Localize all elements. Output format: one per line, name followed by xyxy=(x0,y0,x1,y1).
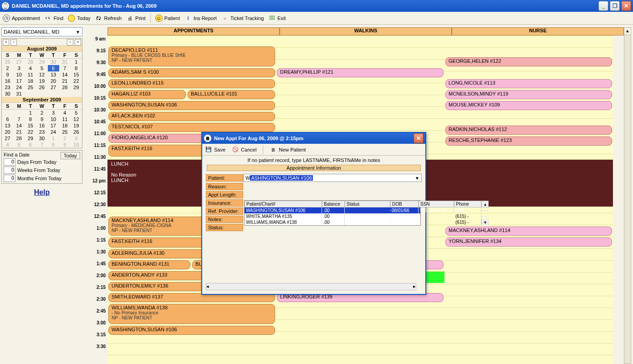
new-patient-button[interactable]: 🗎 New Patient xyxy=(270,146,306,153)
calendar-day[interactable]: 8 xyxy=(25,116,36,122)
calendar-day[interactable]: 1 xyxy=(25,110,36,116)
calendar-day[interactable]: 22 xyxy=(25,129,36,135)
calendar-day[interactable]: 4 xyxy=(59,110,71,116)
calendar-day[interactable]: 12 xyxy=(71,116,82,122)
calendar-day[interactable]: 23 xyxy=(36,129,47,135)
calendar-day[interactable]: 19 xyxy=(36,78,47,84)
calendar-day[interactable]: 6 xyxy=(48,65,59,71)
calendar-day[interactable]: 1 xyxy=(71,59,82,65)
calendar-day[interactable]: 27 xyxy=(2,135,13,142)
time-slot[interactable] xyxy=(444,35,613,47)
refresh-button[interactable]: 🗘 Refresh xyxy=(95,15,122,22)
appointment-item[interactable]: LEON,LUNDREO #115 xyxy=(108,79,275,88)
appointment-item[interactable]: TEST,NICOL #107 xyxy=(108,123,275,132)
calendar-day[interactable]: 7 xyxy=(13,116,25,122)
ins-report-button[interactable]: I Ins Report xyxy=(184,15,217,22)
appointment-item[interactable]: LONG,NICOLE #113 xyxy=(445,79,612,88)
window-close-button[interactable]: ✕ xyxy=(621,1,631,11)
calendar-day[interactable]: 11 xyxy=(59,116,71,122)
grid-row[interactable]: WASHINGTON,SUSAN #106.0008/01/66555-66-4… xyxy=(245,207,420,213)
calendar-day-dim[interactable]: 28 xyxy=(25,59,36,65)
calendar-day[interactable]: 3 xyxy=(13,65,25,71)
grid-scrollbar-track[interactable] xyxy=(481,210,489,211)
appointment-item[interactable]: BALL,LUCILLE #101 xyxy=(188,90,275,99)
calendar-day[interactable]: 25 xyxy=(25,84,36,91)
calendar-day[interactable]: 16 xyxy=(36,122,47,129)
appointment-item[interactable]: MOUSE,MICKEY #109 xyxy=(445,101,612,110)
appointment-item[interactable]: WILLIAMS,WANDA #138- No Primary Insuranc… xyxy=(108,304,275,324)
calendar-day-dim[interactable]: 26 xyxy=(2,59,13,65)
appointment-item[interactable]: DECAPIO,LEO #111Primary - BLUE CROSS BLU… xyxy=(108,46,275,66)
find-date-number[interactable]: 0 xyxy=(4,158,15,166)
calendar-day[interactable]: 19 xyxy=(71,122,82,129)
grid-header[interactable]: SSN xyxy=(419,201,454,207)
maximize-button[interactable]: ❐ xyxy=(610,1,620,11)
calendar-day-dim[interactable]: 2 xyxy=(59,135,71,142)
time-slot[interactable] xyxy=(444,319,613,331)
calendar-day[interactable]: 16 xyxy=(2,78,13,84)
calendar-day-dim[interactable]: 27 xyxy=(13,59,25,65)
calendar-day[interactable]: 26 xyxy=(36,84,47,91)
calendar-day[interactable]: 5 xyxy=(71,110,82,116)
calendar-day[interactable]: 2 xyxy=(2,65,13,71)
calendar-day[interactable]: 9 xyxy=(2,71,13,78)
calendar-day[interactable]: 20 xyxy=(2,129,13,135)
calendar-day-dim[interactable]: 7 xyxy=(36,142,47,148)
time-slot[interactable] xyxy=(107,35,276,47)
today-button[interactable]: Today xyxy=(68,15,90,22)
calendar-day[interactable]: 20 xyxy=(48,78,59,84)
calendar-day[interactable]: 2 xyxy=(36,110,47,116)
time-slot[interactable] xyxy=(444,272,613,284)
grid-header[interactable]: DOB xyxy=(390,201,419,207)
calendar-day[interactable]: 18 xyxy=(25,78,36,84)
time-slot[interactable] xyxy=(107,355,276,364)
appointment-item[interactable]: DREAMY,PHILLIP #121 xyxy=(277,68,444,77)
grid-scrollbar-track[interactable] xyxy=(481,216,489,217)
find-today-button[interactable]: Today xyxy=(61,152,80,159)
calendar-day[interactable]: 21 xyxy=(59,78,71,84)
time-slot[interactable] xyxy=(444,296,613,308)
appointment-item[interactable]: GEORGE,HELEN #122 xyxy=(445,57,612,66)
grid-header[interactable]: Phone xyxy=(454,201,481,207)
calendar-day[interactable]: 7 xyxy=(59,65,71,71)
calendar-day-dim[interactable]: 29 xyxy=(36,59,47,65)
patient-lookup-grid[interactable]: Patient/Chart#BalanceStatusDOBSSNPhone▴ … xyxy=(244,200,421,226)
calendar-day[interactable]: 15 xyxy=(71,71,82,78)
calendar-day[interactable]: 9 xyxy=(36,116,47,122)
appointment-item[interactable]: HAGAN,LIZ #103 xyxy=(108,90,186,99)
calendar-day[interactable]: 14 xyxy=(13,122,25,129)
dialog-horizontal-scrollbar[interactable]: ◂ ▸ xyxy=(206,283,416,290)
calendar-day-dim[interactable]: 9 xyxy=(59,142,71,148)
find-button[interactable]: 👀 Find xyxy=(45,15,63,22)
time-slot[interactable] xyxy=(276,308,444,319)
cal-prev-month[interactable]: ‹ xyxy=(10,39,17,46)
time-slot[interactable] xyxy=(276,95,444,106)
minimize-button[interactable]: _ xyxy=(598,1,608,11)
calendar-day-dim[interactable]: 4 xyxy=(2,142,13,148)
patient-combobox[interactable]: WASHINGTON,SUSAN #106 ▼ xyxy=(243,174,422,182)
vertical-scrollbar[interactable]: ▴ xyxy=(624,27,631,364)
calendar-day-dim[interactable]: 31 xyxy=(59,59,71,65)
exit-button[interactable]: ⌧ Exit xyxy=(268,15,286,22)
grid-row[interactable]: WILLIAMS,WANDA #138.00(615) -▾ xyxy=(245,219,420,225)
appointment-button[interactable]: ◷ Appointment xyxy=(3,15,40,22)
cal-next-month[interactable]: › xyxy=(67,39,73,46)
scroll-left-button[interactable]: ◂ xyxy=(206,283,209,290)
calendar-day[interactable]: 25 xyxy=(59,129,71,135)
calendar-day[interactable]: 24 xyxy=(13,84,25,91)
time-slot[interactable] xyxy=(276,355,444,364)
calendar-day[interactable]: 10 xyxy=(13,71,25,78)
calendar-day[interactable]: 26 xyxy=(71,129,82,135)
scroll-up-button[interactable]: ▴ xyxy=(624,28,631,35)
time-slot[interactable] xyxy=(276,35,444,47)
time-slot[interactable] xyxy=(444,284,613,296)
calendar-day[interactable]: 15 xyxy=(25,122,36,129)
calendar-day[interactable]: 23 xyxy=(2,84,13,91)
calendar-day-dim[interactable]: 3 xyxy=(71,135,82,142)
calendar-day-dim[interactable]: 5 xyxy=(13,142,25,148)
help-link[interactable]: Help xyxy=(34,188,50,197)
calendar-day[interactable]: 30 xyxy=(2,91,13,97)
appointment-item[interactable]: ADAMS,SAM S #100 xyxy=(108,68,275,77)
time-slot[interactable] xyxy=(276,343,444,355)
time-slot[interactable] xyxy=(444,331,613,343)
